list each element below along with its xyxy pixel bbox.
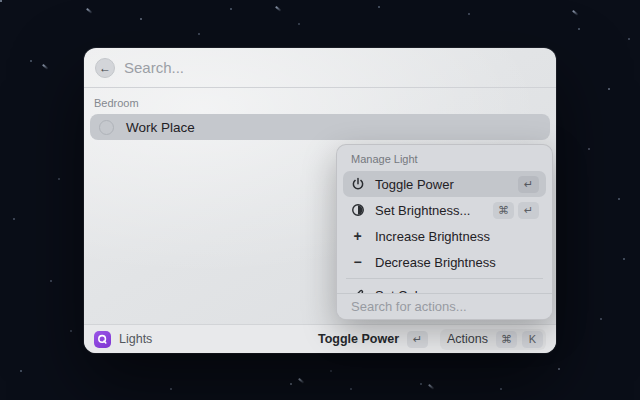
panel-title: Manage Light bbox=[337, 145, 552, 169]
action-label: Toggle Power bbox=[375, 177, 454, 192]
lights-app-icon bbox=[94, 331, 111, 348]
list-item-label: Work Place bbox=[126, 120, 195, 135]
arrow-left-icon: ← bbox=[99, 62, 111, 74]
command-key-badge: ⌘ bbox=[496, 331, 517, 348]
app-name-label: Lights bbox=[119, 332, 152, 346]
return-key-badge: ↵ bbox=[518, 202, 539, 219]
actions-button[interactable]: Actions ⌘ K bbox=[440, 329, 546, 350]
power-icon bbox=[350, 177, 365, 192]
launcher-window: ← Search... Bedroom Work Place Lights To… bbox=[84, 48, 556, 353]
light-circle-icon bbox=[99, 120, 114, 135]
minus-icon: − bbox=[350, 255, 365, 270]
return-key-badge: ↵ bbox=[518, 176, 539, 193]
brightness-half-icon bbox=[350, 203, 365, 218]
action-label: Decrease Brightness bbox=[375, 255, 496, 270]
action-label: Increase Brightness bbox=[375, 229, 490, 244]
action-decrease-brightness[interactable]: − Decrease Brightness bbox=[343, 249, 546, 275]
action-increase-brightness[interactable]: + Increase Brightness bbox=[343, 223, 546, 249]
primary-action-label[interactable]: Toggle Power bbox=[318, 332, 399, 346]
list-item-work-place[interactable]: Work Place bbox=[90, 114, 550, 140]
action-set-color[interactable]: Set Color... bbox=[343, 282, 546, 293]
panel-action-list: Toggle Power ↵ Set Brightness... ⌘ ↵ bbox=[337, 169, 552, 293]
back-button[interactable]: ← bbox=[95, 58, 115, 78]
action-label: Set Brightness... bbox=[375, 203, 470, 218]
command-key-badge: ⌘ bbox=[493, 202, 514, 219]
search-input[interactable]: Search... bbox=[124, 59, 184, 76]
action-set-brightness[interactable]: Set Brightness... ⌘ ↵ bbox=[343, 197, 546, 223]
search-bar: ← Search... bbox=[84, 48, 556, 88]
return-key-badge: ↵ bbox=[407, 331, 428, 348]
actions-search-input[interactable]: Search for actions... bbox=[337, 293, 552, 319]
k-key-badge: K bbox=[522, 331, 543, 348]
panel-divider bbox=[346, 278, 543, 279]
action-toggle-power[interactable]: Toggle Power ↵ bbox=[343, 171, 546, 197]
plus-icon: + bbox=[350, 229, 365, 244]
section-header: Bedroom bbox=[94, 97, 546, 109]
actions-panel: Manage Light Toggle Power ↵ bbox=[336, 144, 553, 320]
status-bar: Lights Toggle Power ↵ Actions ⌘ K bbox=[84, 324, 556, 353]
